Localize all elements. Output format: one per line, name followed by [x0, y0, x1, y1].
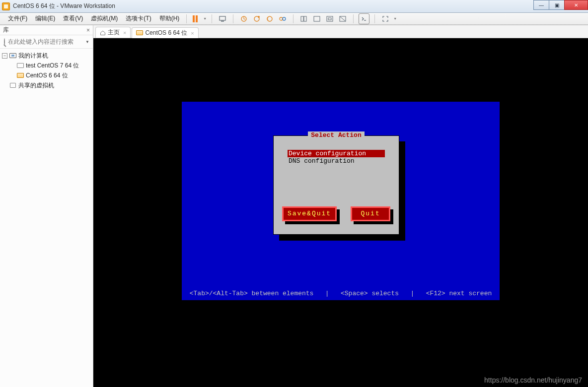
svg-rect-1: [221, 21, 224, 22]
sidebar: 库 × ▼ − 我的计算机 test CentOS 7 64 位 CentOS …: [0, 25, 93, 387]
menubar: 文件(F) 编辑(E) 查看(V) 虚拟机(M) 选项卡(T) 帮助(H) ▼: [0, 13, 588, 25]
svg-rect-12: [328, 18, 331, 20]
vm-running-icon: [17, 73, 24, 78]
svg-rect-0: [220, 16, 225, 20]
workspace: 库 × ▼ − 我的计算机 test CentOS 7 64 位 CentOS …: [0, 25, 588, 387]
tab-close-icon[interactable]: ×: [123, 30, 126, 36]
send-ctrl-alt-del-icon[interactable]: [217, 13, 228, 24]
dialog-title: Select Action: [308, 131, 364, 139]
quit-button[interactable]: Quit: [351, 206, 390, 221]
window-title: CentOS 6 64 位 - VMware Workstation: [13, 2, 115, 10]
menu-edit[interactable]: 编辑(E): [31, 13, 59, 24]
separator: [233, 14, 233, 23]
view-single-icon[interactable]: [298, 13, 309, 24]
tree-item-vm-0[interactable]: test CentOS 7 64 位: [0, 61, 93, 70]
snapshot-manager-icon[interactable]: [251, 13, 262, 24]
vm-running-icon: [136, 30, 143, 35]
toolbar: ▼: [190, 13, 397, 24]
tree-shared-label: 共享的虚拟机: [18, 81, 54, 90]
pause-vm-button[interactable]: [190, 13, 201, 24]
tab-bar: 主页 × CentOS 6 64 位 ×: [93, 25, 588, 38]
tree-shared-vms[interactable]: 共享的虚拟机: [0, 80, 93, 90]
tab-home[interactable]: 主页 ×: [95, 27, 131, 38]
svg-rect-8: [301, 16, 303, 21]
collapse-icon[interactable]: −: [2, 53, 7, 59]
view-unity-icon[interactable]: [337, 13, 348, 24]
menu-tabs[interactable]: 选项卡(T): [122, 13, 155, 24]
menu-vm[interactable]: 虚拟机(M): [87, 13, 122, 24]
save-quit-button[interactable]: Save&Quit: [282, 206, 337, 221]
search-input[interactable]: [7, 37, 83, 46]
tab-home-label: 主页: [108, 28, 120, 37]
option-dns-configuration[interactable]: DNS configuration: [288, 157, 385, 165]
tree-item-label: test CentOS 7 64 位: [26, 62, 79, 70]
content-area: 主页 × CentOS 6 64 位 × Select Action Devic…: [93, 25, 588, 387]
fullscreen-icon[interactable]: [380, 13, 391, 24]
watermark: https://blog.csdn.net/hujinyang7: [484, 376, 582, 384]
separator: [374, 14, 375, 23]
home-icon: [100, 30, 106, 36]
computer-icon: [9, 53, 16, 58]
fullscreen-dropdown[interactable]: ▼: [393, 17, 397, 20]
select-action-dialog: Select Action Device configuration DNS c…: [273, 135, 399, 235]
tab-active-vm[interactable]: CentOS 6 64 位 ×: [132, 27, 198, 38]
menu-help[interactable]: 帮助(H): [155, 13, 184, 24]
library-tree: − 我的计算机 test CentOS 7 64 位 CentOS 6 64 位…: [0, 49, 93, 92]
svg-rect-11: [327, 16, 333, 21]
tree-root-label: 我的计算机: [18, 52, 48, 60]
app-icon: [2, 2, 10, 10]
vm-display[interactable]: Select Action Device configuration DNS c…: [93, 38, 588, 387]
view-console-icon[interactable]: [311, 13, 322, 24]
svg-point-6: [280, 17, 283, 20]
window-titlebar: CentOS 6 64 位 - VMware Workstation: [0, 0, 588, 13]
menu-file[interactable]: 文件(F): [4, 13, 31, 24]
separator: [212, 14, 212, 23]
svg-rect-9: [304, 16, 306, 21]
tab-close-icon[interactable]: ×: [191, 30, 194, 36]
snapshot-icon[interactable]: [238, 13, 249, 24]
window-controls: — ▣ ✕: [534, 0, 588, 10]
svg-point-7: [283, 17, 286, 20]
dialog-buttons: Save&Quit Quit: [274, 206, 399, 221]
revert-snapshot-icon[interactable]: [264, 13, 275, 24]
view-fit-icon[interactable]: [324, 13, 335, 24]
vm-icon: [17, 63, 24, 68]
tab-active-label: CentOS 6 64 位: [145, 29, 187, 37]
search-icon: [4, 38, 5, 45]
vga-console: Select Action Device configuration DNS c…: [182, 102, 500, 300]
tree-item-label: CentOS 6 64 位: [26, 71, 68, 80]
pause-dropdown[interactable]: ▼: [203, 17, 207, 20]
svg-point-5: [267, 16, 272, 21]
separator: [353, 14, 354, 23]
sidebar-search[interactable]: ▼: [0, 35, 93, 49]
menu-view[interactable]: 查看(V): [59, 13, 87, 24]
separator: [186, 14, 187, 23]
sidebar-title: 库: [3, 26, 9, 34]
separator: [293, 14, 294, 23]
svg-rect-10: [314, 16, 320, 21]
maximize-button[interactable]: ▣: [549, 0, 565, 10]
hint-bar: <Tab>/<Alt-Tab> between elements | <Spac…: [182, 290, 500, 297]
close-button[interactable]: ✕: [564, 0, 588, 10]
shared-icon: [10, 83, 16, 88]
manage-snapshot-icon[interactable]: [277, 13, 288, 24]
sidebar-header: 库 ×: [0, 25, 93, 35]
terminal-icon[interactable]: [359, 13, 369, 24]
search-dropdown-icon[interactable]: ▼: [83, 40, 91, 44]
sidebar-close-icon[interactable]: ×: [86, 27, 90, 34]
tree-item-vm-1[interactable]: CentOS 6 64 位: [0, 70, 93, 80]
svg-line-14: [340, 16, 346, 21]
tree-root-my-computer[interactable]: − 我的计算机: [0, 51, 93, 61]
minimize-button[interactable]: —: [533, 0, 549, 10]
option-device-configuration[interactable]: Device configuration: [288, 150, 385, 157]
option-list: Device configuration DNS configuration: [288, 150, 385, 165]
svg-point-4: [258, 16, 260, 18]
